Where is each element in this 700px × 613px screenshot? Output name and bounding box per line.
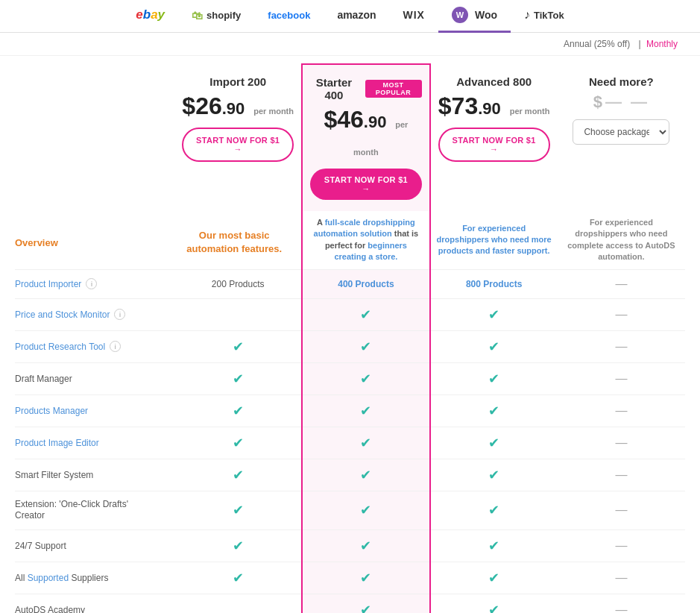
overview-label: Overview	[15, 211, 174, 269]
import200-product-importer: 200 Products	[174, 269, 302, 298]
advanced800-price-decimal: .90	[478, 99, 501, 118]
platform-amazon[interactable]: amazon	[324, 0, 389, 33]
starter400-header: Starter 400 MOST POPULAR $46.90 per mont…	[302, 64, 429, 211]
starter400-academy: ✔	[302, 594, 429, 613]
import200-draft-manager: ✔	[174, 362, 302, 394]
import200-header: Import 200 $26.90 per month START NOW FO…	[174, 64, 302, 211]
import200-cta[interactable]: START NOW FOR $1 →	[182, 128, 294, 162]
feature-col-header	[15, 64, 174, 211]
need-more-support: —	[558, 529, 685, 562]
overview-starter400-desc: A full-scale dropshipping automation sol…	[302, 211, 429, 269]
feature-row-support: 24/7 Support ✔ ✔ ✔ —	[15, 529, 685, 562]
starter400-support: ✔	[302, 529, 429, 562]
info-icon-product-importer[interactable]: i	[86, 278, 97, 289]
feature-name-extension: Extension: 'One-Click Drafts'Creator	[15, 491, 174, 529]
feature-name-research: Product Research Tool i	[15, 330, 174, 362]
starter400-name: Starter 400	[310, 76, 357, 101]
platform-shopify[interactable]: 🛍 shopify	[178, 0, 254, 33]
need-more-price-stock: —	[558, 298, 685, 330]
tiktok-icon: ♪	[524, 8, 530, 22]
need-more-dashes: — —	[605, 92, 649, 112]
feature-row-draft-manager: Draft Manager ✔ ✔ ✔ —	[15, 362, 685, 394]
feature-row-research: Product Research Tool i ✔ ✔ ✔ —	[15, 330, 685, 362]
import200-name: Import 200	[182, 75, 294, 88]
starter400-products-manager: ✔	[302, 394, 429, 427]
shopify-label: shopify	[206, 10, 241, 21]
advanced800-name: Advanced 800	[438, 75, 550, 88]
starter400-research: ✔	[302, 330, 429, 362]
feature-link-product-importer[interactable]: Product Importer	[15, 279, 81, 289]
advanced800-image-editor: ✔	[430, 427, 558, 459]
starter400-draft-manager: ✔	[302, 362, 429, 394]
info-icon-research[interactable]: i	[110, 341, 121, 352]
need-more-extension: —	[558, 491, 685, 529]
import200-support: ✔	[174, 529, 302, 562]
feature-name-draft-manager: Draft Manager	[15, 362, 174, 394]
tiktok-label: TikTok	[534, 10, 564, 21]
annual-label: Annual (25% off)	[564, 39, 630, 49]
feature-link-research[interactable]: Product Research Tool	[15, 342, 105, 352]
feature-name-products-manager: Products Manager	[15, 394, 174, 427]
advanced800-cta[interactable]: START NOW FOR $1 →	[438, 128, 550, 162]
feature-name-smart-filter: Smart Filter System	[15, 459, 174, 491]
feature-name-product-importer: Product Importer i	[15, 269, 174, 298]
feature-row-products-manager: Products Manager ✔ ✔ ✔ —	[15, 394, 685, 427]
ebay-logo: ebay	[136, 7, 165, 22]
feature-row-suppliers: All Supported Suppliers ✔ ✔ ✔ —	[15, 562, 685, 594]
feature-name-academy: AutoDS Academy	[15, 594, 174, 613]
platform-tiktok[interactable]: ♪ TikTok	[511, 0, 578, 33]
amazon-label: amazon	[337, 9, 376, 21]
advanced800-support: ✔	[430, 529, 558, 562]
need-more-product-importer: —	[558, 269, 685, 298]
feature-row-price-stock: Price and Stock Monitor i ✔ ✔ —	[15, 298, 685, 330]
starter400-price-decimal: .90	[364, 113, 387, 131]
feature-row-smart-filter: Smart Filter System ✔ ✔ ✔ —	[15, 459, 685, 491]
import200-research: ✔	[174, 330, 302, 362]
feature-name-suppliers: All Supported Suppliers	[15, 562, 174, 594]
need-more-smart-filter: —	[558, 459, 685, 491]
feature-name-support: 24/7 Support	[15, 529, 174, 562]
starter400-price: $46.90 per month	[310, 106, 421, 161]
platform-facebook[interactable]: facebook	[254, 0, 324, 33]
import200-smart-filter: ✔	[174, 459, 302, 491]
import200-price-decimal: .90	[222, 99, 245, 118]
starter400-cta[interactable]: START NOW FOR $1 →	[310, 169, 421, 200]
info-icon-price-stock[interactable]: i	[114, 309, 125, 320]
advanced800-smart-filter: ✔	[430, 459, 558, 491]
starter400-price-whole: $46	[324, 106, 363, 133]
feature-row-academy: AutoDS Academy ✔ ✔ —	[15, 594, 685, 613]
overview-advanced800-desc: For experienced dropshippers who need mo…	[430, 211, 558, 269]
platform-woo[interactable]: W Woo	[438, 0, 511, 33]
starter400-suppliers: ✔	[302, 562, 429, 594]
shopify-bag-icon: 🛍	[192, 9, 203, 22]
advanced800-price-whole: $73	[438, 92, 478, 119]
import200-price: $26.90 per month	[182, 92, 294, 120]
billing-toggle: Annual (25% off) | Monthly	[0, 33, 700, 56]
feature-link-products-manager[interactable]: Products Manager	[15, 406, 88, 416]
import200-price-stock	[174, 298, 302, 330]
advanced800-header: Advanced 800 $73.90 per month START NOW …	[430, 64, 558, 211]
advanced800-research: ✔	[430, 330, 558, 362]
advanced800-price: $73.90 per month	[438, 92, 550, 120]
import200-price-whole: $26	[182, 92, 221, 119]
import200-extension: ✔	[174, 491, 302, 529]
monthly-link[interactable]: Monthly	[646, 39, 678, 49]
starter400-image-editor: ✔	[302, 427, 429, 459]
need-more-academy: —	[558, 594, 685, 613]
advanced800-suppliers: ✔	[430, 562, 558, 594]
import200-products-manager: ✔	[174, 394, 302, 427]
feature-link-price-stock[interactable]: Price and Stock Monitor	[15, 309, 110, 320]
need-more-dollar: $	[593, 92, 602, 112]
need-more-suppliers: —	[558, 562, 685, 594]
feature-row-extension: Extension: 'One-Click Drafts'Creator ✔ ✔…	[15, 491, 685, 529]
pricing-container: Import 200 $26.90 per month START NOW FO…	[0, 56, 700, 613]
advanced800-product-importer: 800 Products	[430, 269, 558, 298]
feature-link-image-editor[interactable]: Product Image Editor	[15, 438, 99, 448]
feature-name-image-editor: Product Image Editor	[15, 427, 174, 459]
feature-row-product-importer: Product Importer i 200 Products 400 Prod…	[15, 269, 685, 298]
choose-package-select[interactable]: Choose package 1000 Products 2000 Produc…	[573, 119, 669, 145]
need-more-header: Need more? $ — — Choose package 1000 Pro…	[558, 64, 685, 211]
platform-ebay[interactable]: ebay	[122, 0, 178, 33]
overview-section: Overview Our most basic automation featu…	[15, 211, 685, 269]
platform-wix[interactable]: WIX	[390, 0, 438, 33]
